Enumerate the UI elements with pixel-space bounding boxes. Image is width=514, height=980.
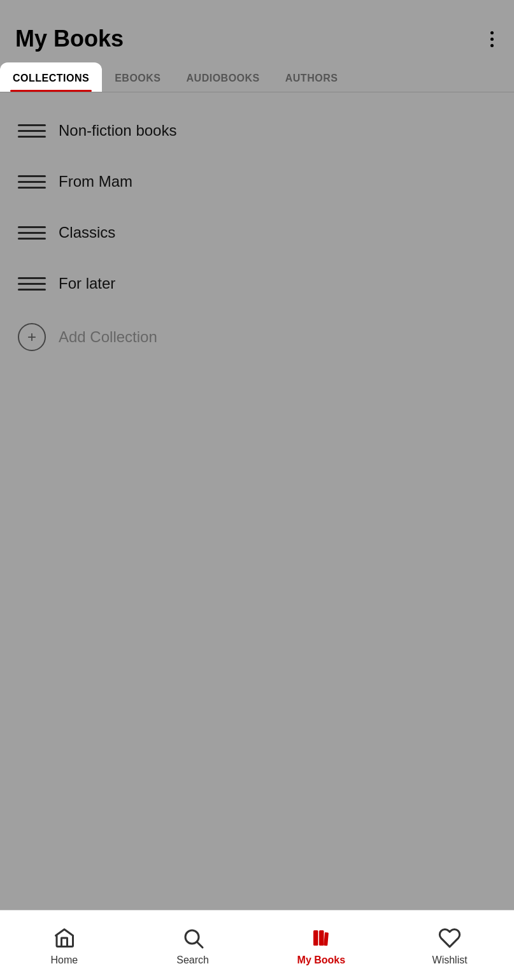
- tab-audiobooks[interactable]: AUDIOBOOKS: [174, 62, 273, 92]
- nav-search-label: Search: [176, 955, 209, 966]
- mybooks-icon: [308, 925, 334, 951]
- tab-authors[interactable]: AUTHORS: [273, 62, 351, 92]
- list-item[interactable]: From Mam: [0, 156, 514, 207]
- tabs-container: COLLECTIONS EBOOKS AUDIOBOOKS AUTHORS: [0, 62, 514, 92]
- list-lines-icon: [18, 170, 46, 193]
- list-item[interactable]: Classics: [0, 207, 514, 258]
- add-collection-button[interactable]: Add Collection: [0, 309, 514, 365]
- more-vertical-icon[interactable]: [485, 26, 499, 52]
- tab-ebooks[interactable]: EBOOKS: [102, 62, 173, 92]
- nav-item-wishlist[interactable]: Wishlist: [385, 920, 514, 971]
- add-circle-icon: [18, 323, 46, 351]
- nav-home-label: Home: [51, 955, 78, 966]
- collections-list: Non-fiction books From Mam Classics For …: [0, 92, 514, 378]
- nav-wishlist-label: Wishlist: [432, 955, 468, 966]
- nav-item-mybooks[interactable]: My Books: [257, 920, 386, 971]
- search-icon: [180, 925, 206, 951]
- tab-collections[interactable]: COLLECTIONS: [0, 62, 102, 92]
- add-collection-label: Add Collection: [59, 328, 157, 346]
- nav-mybooks-label: My Books: [297, 955, 346, 966]
- collection-name: Non-fiction books: [59, 122, 176, 140]
- list-lines-icon: [18, 272, 46, 295]
- home-icon: [52, 925, 77, 951]
- list-lines-icon: [18, 119, 46, 142]
- nav-item-search[interactable]: Search: [129, 920, 257, 971]
- collection-name: Classics: [59, 224, 115, 241]
- svg-rect-3: [319, 930, 324, 946]
- header: My Books: [0, 0, 514, 62]
- list-item[interactable]: Non-fiction books: [0, 105, 514, 156]
- list-item[interactable]: For later: [0, 258, 514, 309]
- svg-line-1: [197, 942, 202, 947]
- collection-name: From Mam: [59, 173, 132, 191]
- svg-rect-4: [324, 932, 329, 946]
- collection-name: For later: [59, 275, 115, 292]
- heart-icon: [437, 925, 462, 951]
- svg-rect-2: [313, 930, 318, 946]
- bottom-navigation: Home Search My Books Wish: [0, 910, 514, 980]
- page-title: My Books: [15, 25, 124, 52]
- nav-item-home[interactable]: Home: [0, 920, 129, 971]
- list-lines-icon: [18, 221, 46, 244]
